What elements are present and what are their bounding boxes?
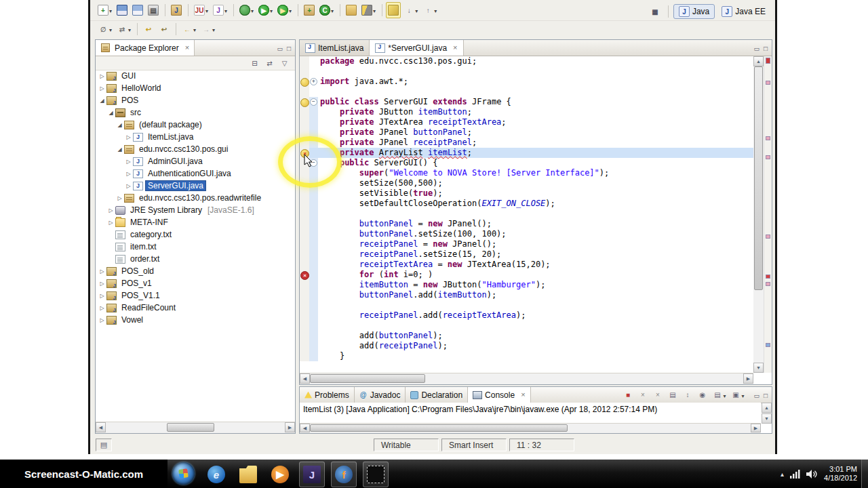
code-line[interactable]: setDefaultCloseOperation(EXIT_ON_CLOSE); bbox=[300, 199, 753, 209]
new-java-project-button[interactable]: J bbox=[169, 2, 184, 18]
tree-item[interactable]: ▷ItemList.java bbox=[96, 131, 295, 143]
scroll-track[interactable] bbox=[762, 413, 772, 413]
code-line[interactable]: setVisible(true); bbox=[300, 188, 753, 199]
tree-item[interactable]: ▷AuthenticationGUI.java bbox=[96, 167, 295, 180]
tree-item[interactable]: ▷ServerGUI.java bbox=[96, 180, 295, 192]
package-explorer-hscrollbar[interactable] bbox=[96, 422, 295, 433]
code-editor[interactable]: package edu.nvcc.csc130.pos.gui; +import… bbox=[300, 56, 753, 373]
expander-collapsed-icon[interactable]: ▷ bbox=[98, 317, 106, 323]
code-line[interactable]: −public class ServerGUI extends JFrame { bbox=[300, 97, 753, 107]
dropdown-arrow-icon[interactable] bbox=[415, 5, 418, 15]
dropdown-arrow-icon[interactable] bbox=[741, 390, 744, 400]
dropdown-arrow-icon[interactable] bbox=[251, 5, 254, 15]
code-line[interactable]: private JButton itemButton; bbox=[300, 107, 753, 117]
expander-collapsed-icon[interactable]: ▷ bbox=[125, 183, 132, 189]
previous-annotation-button[interactable]: ↑ bbox=[420, 2, 439, 18]
show-hidden-icons-icon[interactable]: ▴ bbox=[781, 470, 784, 478]
code-line[interactable]: buttonPanel.add(itemButton); bbox=[300, 290, 753, 300]
dropdown-arrow-icon[interactable] bbox=[128, 24, 131, 34]
ruler-mark[interactable] bbox=[766, 343, 770, 347]
volume-icon[interactable] bbox=[806, 470, 818, 479]
expander-collapsed-icon[interactable]: ▷ bbox=[107, 220, 115, 226]
tree-item[interactable]: order.txt bbox=[96, 253, 295, 265]
ruler-mark[interactable] bbox=[766, 58, 770, 64]
console-tab-console[interactable]: Console bbox=[468, 387, 530, 403]
next-annotation-button[interactable]: ↓ bbox=[401, 2, 420, 18]
toggle-mark-occurrences-button[interactable] bbox=[386, 2, 401, 18]
console-tab-problems[interactable]: Problems bbox=[300, 387, 355, 403]
expander-expanded-icon[interactable]: ◢ bbox=[116, 122, 123, 128]
skip-all-breakpoints-button[interactable]: ∅ bbox=[96, 21, 114, 37]
dropdown-arrow-icon[interactable] bbox=[723, 390, 726, 400]
scroll-right-icon[interactable] bbox=[285, 422, 295, 432]
code-line[interactable]: × private ArrayList itemList; bbox=[300, 148, 753, 158]
maximize-view-icon[interactable] bbox=[764, 390, 768, 400]
scroll-track[interactable] bbox=[106, 422, 285, 433]
tree-item[interactable]: ▷Vowel bbox=[96, 314, 295, 326]
new-java-package-button[interactable]: + bbox=[302, 2, 317, 18]
eclipse-java-ee-taskbar-button[interactable]: J bbox=[299, 462, 325, 487]
save-button[interactable] bbox=[115, 2, 130, 18]
console-body[interactable]: ItemList (3) [Java Application] C:\Progr… bbox=[300, 403, 761, 424]
junit-button[interactable]: JU bbox=[192, 2, 210, 18]
expander-collapsed-icon[interactable]: ▷ bbox=[98, 85, 106, 92]
tree-item[interactable]: ◢edu.nvcc.csc130.pos.gui bbox=[96, 143, 295, 155]
fold-collapse-icon[interactable]: − bbox=[310, 98, 317, 106]
start-button[interactable] bbox=[172, 462, 195, 485]
tree-item[interactable]: ▷GUI bbox=[96, 70, 295, 82]
scroll-right-icon[interactable] bbox=[751, 424, 761, 432]
code-line[interactable]: add(buttonPanel); bbox=[300, 331, 753, 341]
overview-ruler[interactable] bbox=[764, 56, 772, 373]
close-view-icon[interactable] bbox=[185, 44, 189, 52]
tree-item[interactable]: ◢src bbox=[96, 106, 295, 119]
dropdown-arrow-icon[interactable] bbox=[109, 5, 112, 15]
ruler-mark[interactable] bbox=[766, 282, 770, 286]
code-line[interactable] bbox=[300, 321, 753, 331]
status-edit-icon[interactable] bbox=[96, 439, 112, 451]
dropdown-arrow-icon[interactable] bbox=[289, 5, 292, 15]
expander-collapsed-icon[interactable]: ▷ bbox=[107, 207, 115, 214]
expander-collapsed-icon[interactable]: ▷ bbox=[98, 268, 106, 274]
internet-explorer-taskbar-button[interactable]: e bbox=[203, 462, 229, 487]
close-tab-icon[interactable] bbox=[521, 391, 525, 399]
code-line[interactable] bbox=[300, 66, 753, 77]
selection-tool-taskbar-button[interactable] bbox=[363, 462, 389, 487]
code-line[interactable]: +import java.awt.*; bbox=[300, 77, 753, 87]
tree-item[interactable]: ▷POS_old bbox=[96, 265, 295, 277]
maximize-view-icon[interactable] bbox=[287, 43, 291, 53]
code-line[interactable] bbox=[300, 87, 753, 97]
fold-expand-icon[interactable]: + bbox=[310, 78, 317, 85]
save-all-button[interactable] bbox=[130, 2, 145, 18]
new-java-class-button[interactable]: C bbox=[317, 2, 336, 18]
console-hscrollbar[interactable] bbox=[300, 423, 761, 433]
minimize-view-icon[interactable] bbox=[277, 43, 283, 53]
package-explorer-tab[interactable]: Package Explorer bbox=[96, 40, 195, 56]
editor-tab[interactable]: *ServerGUI.java bbox=[370, 40, 463, 56]
open-perspective-button[interactable]: ▦ bbox=[648, 3, 663, 20]
code-line[interactable]: } bbox=[300, 351, 753, 361]
scroll-track[interactable] bbox=[753, 66, 764, 363]
pin-console-button[interactable]: ◉ bbox=[695, 387, 709, 403]
close-tab-icon[interactable] bbox=[453, 44, 457, 52]
new-wizard-button[interactable]: + bbox=[96, 2, 114, 18]
expander-expanded-icon[interactable]: ◢ bbox=[98, 98, 106, 104]
code-line[interactable]: × for (int i=0; ) bbox=[300, 270, 753, 280]
code-line[interactable]: − public ServerGUI() { bbox=[300, 158, 753, 168]
tree-item[interactable]: ◢(default package) bbox=[96, 119, 295, 131]
editor-hscrollbar[interactable] bbox=[300, 373, 753, 384]
scroll-left-icon[interactable] bbox=[300, 424, 310, 432]
expander-collapsed-icon[interactable]: ▷ bbox=[98, 73, 106, 79]
clear-console-button[interactable]: ▤ bbox=[665, 387, 679, 403]
perspective-java-ee[interactable]: JJava EE bbox=[716, 4, 771, 19]
minimize-view-icon[interactable] bbox=[753, 390, 760, 400]
link-with-editor-button[interactable]: ⇄ bbox=[115, 21, 133, 37]
scroll-thumb[interactable] bbox=[310, 374, 425, 383]
scroll-thumb[interactable] bbox=[310, 424, 568, 432]
ruler-mark[interactable] bbox=[766, 274, 770, 279]
previous-edit-location-button[interactable]: ↩ bbox=[141, 21, 156, 37]
tree-item[interactable]: ▷JRE System Library[JavaSE-1.6] bbox=[96, 204, 295, 216]
code-line[interactable] bbox=[300, 209, 753, 219]
dropdown-arrow-icon[interactable] bbox=[212, 24, 215, 34]
link-with-editor-button[interactable]: ⇄ bbox=[262, 55, 277, 71]
tree-item[interactable]: ▷HelloWorld bbox=[96, 82, 295, 94]
